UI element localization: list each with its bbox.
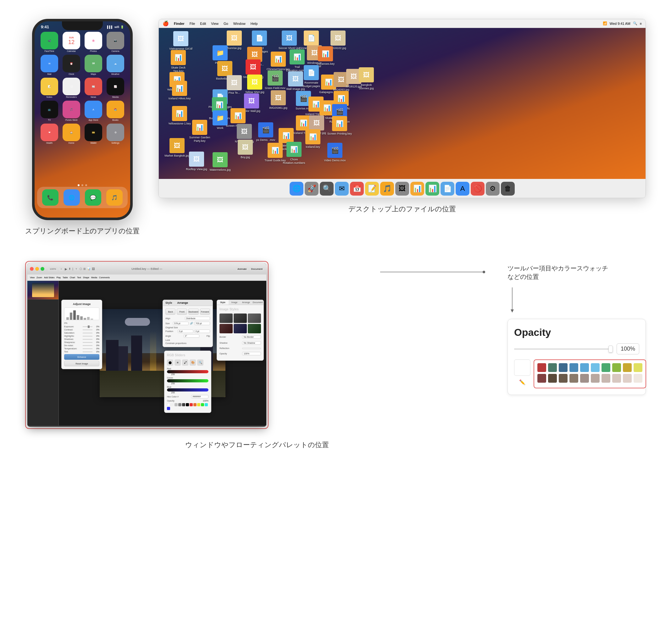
media-sub[interactable]: Media [91, 276, 97, 279]
chart-sub[interactable]: Chart [70, 276, 75, 279]
dock-mail[interactable]: ✉ [335, 182, 349, 195]
dock-system[interactable]: ⚙ [486, 182, 499, 195]
swatch-dgray[interactable] [178, 403, 181, 406]
swatch-vdgray[interactable] [182, 403, 185, 406]
swatch-cyan[interactable] [205, 403, 208, 406]
original-size-btn[interactable]: Original Size [165, 326, 210, 329]
swatch-orange[interactable] [193, 403, 197, 406]
desktop-file-soccer[interactable]: 🖼 Soccer Shot2.jpg [277, 30, 302, 50]
swatch-white[interactable] [167, 403, 170, 406]
dock-keynote[interactable]: 📊 [410, 182, 424, 195]
tab-arrange[interactable]: Arrange [240, 300, 252, 305]
add-slides-btn[interactable]: Add Slides [44, 276, 54, 279]
style-1[interactable] [219, 314, 233, 323]
dock-phone[interactable]: 📞 [42, 189, 59, 206]
dock-spotlight[interactable]: 🔍 [320, 182, 333, 195]
swatch-gold[interactable] [623, 363, 632, 372]
style-6[interactable] [248, 324, 261, 333]
app-appstore[interactable]: A App Store [84, 101, 103, 121]
swatch-maroon[interactable] [537, 374, 546, 383]
desktop-file-1[interactable]: 🖼 Vietnamese Girl.tif [168, 31, 193, 51]
reset-image-button[interactable]: Reset Image [64, 361, 99, 366]
opacity-thumb[interactable] [608, 345, 613, 353]
app-weather[interactable]: ☁ Weather [106, 55, 125, 75]
dock-calendar[interactable]: 📅 [350, 182, 364, 195]
app-itunes[interactable]: 🎵 iTunes Store [62, 101, 81, 121]
desktop-file-watermelons[interactable]: 🖼 Watermelons.jpg [207, 152, 233, 172]
photo-btn[interactable]: 🖼 [92, 267, 94, 270]
dock-music[interactable]: 🎵 [380, 182, 394, 195]
y-field[interactable]: 0 pt [194, 330, 210, 333]
opacity-slider[interactable] [514, 349, 613, 350]
app-clock[interactable]: ⏰ Clock [62, 55, 81, 75]
rgb-sliders-btn[interactable]: ≡ [175, 359, 181, 366]
animate-btn[interactable]: Animate [236, 267, 248, 271]
window-menu[interactable]: Window [233, 22, 245, 25]
swatch-lime[interactable] [612, 363, 621, 372]
app-reminders[interactable]: ☑ Reminders [62, 78, 81, 98]
shape-btn[interactable]: ⬡ [79, 267, 82, 270]
front-btn[interactable]: Front [177, 308, 187, 315]
swatch-tan[interactable] [569, 374, 578, 383]
desktop-file-img0s961[interactable]: 🖼 IMG0S961.jpg [266, 90, 291, 110]
enhance-button[interactable]: Enhance [64, 354, 99, 360]
dock-launchpad[interactable]: 🚀 [305, 182, 318, 195]
go-menu[interactable]: Go [224, 22, 228, 25]
app-photos[interactable]: 🌸 Photos [84, 32, 103, 52]
app-calendar[interactable]: SUN 12 Calendar [62, 32, 81, 52]
dock-appstore[interactable]: A [456, 182, 469, 195]
link-icon[interactable]: 🔗 [190, 321, 193, 325]
close-button[interactable] [30, 267, 34, 271]
dock-safari[interactable]: 🌐 [64, 189, 80, 206]
file-menu[interactable]: File [190, 22, 195, 25]
tab-style[interactable]: Style [217, 300, 229, 305]
x-field[interactable]: 0 pt [178, 330, 193, 333]
comments-sub[interactable]: Comments [99, 276, 110, 279]
dock-numbers[interactable]: 📊 [426, 182, 439, 195]
help-menu[interactable]: Help [251, 22, 258, 25]
style-3[interactable] [248, 314, 261, 323]
swatch-dark-red[interactable] [537, 363, 546, 372]
white-swatch[interactable] [514, 359, 530, 376]
app-stocks[interactable]: 📈 Stocks [106, 78, 125, 98]
dock-pages[interactable]: 📄 [441, 182, 454, 195]
forward-btn[interactable]: Forward [200, 308, 210, 315]
view-btn[interactable]: View [30, 276, 35, 279]
desktop-file-volcanoes[interactable]: 📊 Volcanoes.key [313, 46, 338, 66]
flip-btn[interactable]: Flip [206, 335, 210, 337]
arrange-tab-style[interactable]: Style [165, 301, 172, 304]
rgb-wheel-btn[interactable]: ⬤ [167, 359, 173, 366]
swatch-green[interactable] [201, 403, 204, 406]
app-notes[interactable]: 📝 Notes [40, 78, 59, 98]
app-facetime[interactable]: 📹 FaceTime [40, 32, 59, 52]
dock-messages[interactable]: 💬 [85, 189, 101, 206]
add-slide-btn[interactable]: + [59, 267, 64, 271]
swatch-red[interactable] [190, 403, 193, 406]
dock-photos[interactable]: 🖼 [395, 182, 409, 195]
back-btn[interactable]: Back [165, 308, 176, 315]
app-news[interactable]: 📰 News [84, 78, 103, 98]
desktop-file-video[interactable]: 🎬 Video Demo.mov [322, 143, 347, 162]
play-sub[interactable]: Play [56, 276, 61, 279]
swatch-blue-med[interactable] [569, 363, 578, 372]
swatch-black[interactable] [186, 403, 189, 406]
swatch-beige-dark[interactable] [591, 374, 600, 383]
app-camera[interactable]: 📷 Camera [106, 32, 125, 52]
search-icon[interactable]: 🔍 [633, 21, 637, 25]
app-tv[interactable]: 📺 TV [40, 101, 59, 121]
swatch-gray[interactable] [175, 403, 178, 406]
swatch-yellow[interactable] [197, 403, 200, 406]
document-btn[interactable]: Document [250, 267, 264, 271]
desktop-file-chore[interactable]: 📊 Chore Rotation.numbers [281, 142, 307, 165]
arrange-tab-arrange[interactable]: Arrange [177, 301, 188, 304]
rgb-magnifier-btn[interactable]: 🔍 [197, 359, 203, 366]
apple-menu[interactable]: 🍎 [163, 21, 169, 26]
angle-field[interactable]: 0° [183, 334, 199, 338]
style-5[interactable] [233, 324, 247, 333]
app-maps[interactable]: 🗺 Maps [84, 55, 103, 75]
desktop-file-iceland-hikes[interactable]: 📊 Iceland Hikes.key [167, 81, 192, 100]
zoom-sub[interactable]: Zoom [37, 276, 42, 279]
table-sub[interactable]: Table [63, 276, 68, 279]
swatch-teal[interactable] [548, 363, 557, 372]
swatch-lgray[interactable] [171, 403, 174, 406]
